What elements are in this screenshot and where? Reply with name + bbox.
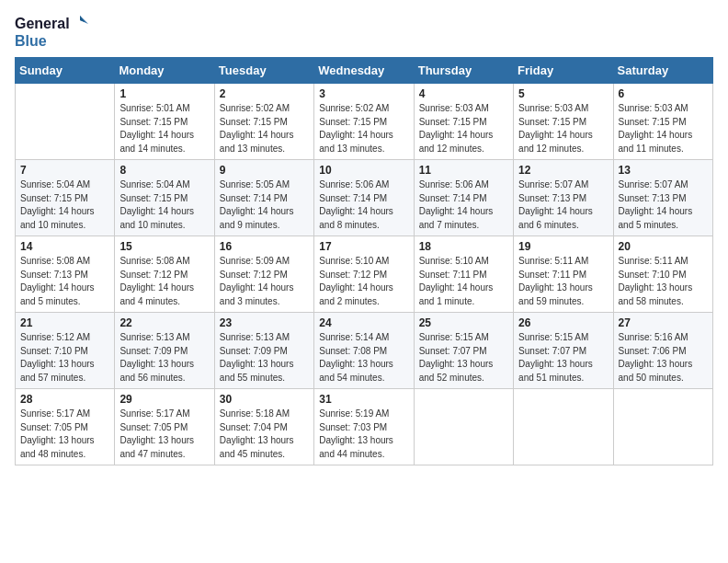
day-info: Sunrise: 5:10 AMSunset: 7:12 PMDaylight:… bbox=[319, 255, 408, 308]
calendar-cell: 20 Sunrise: 5:11 AMSunset: 7:10 PMDaylig… bbox=[613, 236, 712, 313]
calendar-cell: 2 Sunrise: 5:02 AMSunset: 7:15 PMDayligh… bbox=[214, 84, 313, 160]
day-number: 22 bbox=[119, 316, 209, 329]
calendar-week-row: 21 Sunrise: 5:12 AMSunset: 7:10 PMDaylig… bbox=[16, 313, 713, 389]
calendar-cell: 30 Sunrise: 5:18 AMSunset: 7:04 PMDaylig… bbox=[214, 389, 313, 465]
day-number: 31 bbox=[319, 393, 408, 406]
day-number: 18 bbox=[419, 240, 508, 253]
day-number: 14 bbox=[20, 240, 109, 253]
calendar-cell: 17 Sunrise: 5:10 AMSunset: 7:12 PMDaylig… bbox=[314, 236, 414, 313]
calendar-cell: 14 Sunrise: 5:08 AMSunset: 7:13 PMDaylig… bbox=[16, 236, 115, 313]
calendar-cell: 22 Sunrise: 5:13 AMSunset: 7:09 PMDaylig… bbox=[115, 313, 214, 389]
day-info: Sunrise: 5:16 AMSunset: 7:06 PMDaylight:… bbox=[619, 331, 708, 385]
calendar-cell: 3 Sunrise: 5:02 AMSunset: 7:15 PMDayligh… bbox=[314, 84, 414, 160]
calendar-cell bbox=[613, 389, 712, 465]
calendar-cell: 9 Sunrise: 5:05 AMSunset: 7:14 PMDayligh… bbox=[214, 160, 313, 236]
calendar-cell: 25 Sunrise: 5:15 AMSunset: 7:07 PMDaylig… bbox=[414, 313, 513, 389]
day-info: Sunrise: 5:17 AMSunset: 7:05 PMDaylight:… bbox=[119, 408, 209, 461]
day-number: 12 bbox=[518, 164, 608, 177]
day-info: Sunrise: 5:03 AMSunset: 7:15 PMDaylight:… bbox=[419, 102, 508, 155]
day-number: 23 bbox=[220, 316, 309, 329]
calendar-cell: 26 Sunrise: 5:15 AMSunset: 7:07 PMDaylig… bbox=[514, 313, 613, 389]
weekday-header: Wednesday bbox=[314, 58, 414, 84]
calendar-cell: 23 Sunrise: 5:13 AMSunset: 7:09 PMDaylig… bbox=[214, 313, 313, 389]
day-info: Sunrise: 5:02 AMSunset: 7:15 PMDaylight:… bbox=[220, 102, 309, 155]
day-info: Sunrise: 5:05 AMSunset: 7:14 PMDaylight:… bbox=[220, 178, 309, 232]
calendar-cell: 4 Sunrise: 5:03 AMSunset: 7:15 PMDayligh… bbox=[414, 84, 513, 160]
day-info: Sunrise: 5:13 AMSunset: 7:09 PMDaylight:… bbox=[220, 331, 309, 385]
calendar-cell: 12 Sunrise: 5:07 AMSunset: 7:13 PMDaylig… bbox=[514, 160, 613, 236]
calendar-cell: 10 Sunrise: 5:06 AMSunset: 7:14 PMDaylig… bbox=[314, 160, 414, 236]
day-info: Sunrise: 5:15 AMSunset: 7:07 PMDaylight:… bbox=[419, 331, 508, 385]
calendar-week-row: 14 Sunrise: 5:08 AMSunset: 7:13 PMDaylig… bbox=[16, 236, 713, 313]
day-number: 24 bbox=[319, 316, 408, 329]
day-info: Sunrise: 5:04 AMSunset: 7:15 PMDaylight:… bbox=[119, 178, 209, 232]
logo-blue: Blue bbox=[15, 32, 47, 50]
day-info: Sunrise: 5:07 AMSunset: 7:13 PMDaylight:… bbox=[518, 178, 608, 232]
day-info: Sunrise: 5:03 AMSunset: 7:15 PMDaylight:… bbox=[619, 102, 708, 155]
day-number: 13 bbox=[619, 164, 708, 177]
day-number: 28 bbox=[20, 393, 109, 406]
day-number: 16 bbox=[220, 240, 309, 253]
calendar-cell: 1 Sunrise: 5:01 AMSunset: 7:15 PMDayligh… bbox=[115, 84, 214, 160]
day-info: Sunrise: 5:11 AMSunset: 7:10 PMDaylight:… bbox=[619, 255, 708, 308]
calendar-cell bbox=[414, 389, 513, 465]
day-number: 8 bbox=[119, 164, 209, 177]
calendar-cell: 21 Sunrise: 5:12 AMSunset: 7:10 PMDaylig… bbox=[16, 313, 115, 389]
day-info: Sunrise: 5:12 AMSunset: 7:10 PMDaylight:… bbox=[20, 331, 109, 385]
day-number: 20 bbox=[619, 240, 708, 253]
logo-container: General Blue bbox=[15, 15, 88, 50]
calendar-week-row: 7 Sunrise: 5:04 AMSunset: 7:15 PMDayligh… bbox=[16, 160, 713, 236]
day-number: 30 bbox=[220, 393, 309, 406]
day-info: Sunrise: 5:06 AMSunset: 7:14 PMDaylight:… bbox=[319, 178, 408, 232]
calendar-cell: 29 Sunrise: 5:17 AMSunset: 7:05 PMDaylig… bbox=[115, 389, 214, 465]
calendar-cell: 19 Sunrise: 5:11 AMSunset: 7:11 PMDaylig… bbox=[514, 236, 613, 313]
day-info: Sunrise: 5:15 AMSunset: 7:07 PMDaylight:… bbox=[518, 331, 608, 385]
day-info: Sunrise: 5:09 AMSunset: 7:12 PMDaylight:… bbox=[220, 255, 309, 308]
day-number: 2 bbox=[220, 87, 309, 100]
logo: General Blue bbox=[15, 15, 88, 50]
day-number: 17 bbox=[319, 240, 408, 253]
day-number: 5 bbox=[518, 87, 608, 100]
day-info: Sunrise: 5:03 AMSunset: 7:15 PMDaylight:… bbox=[518, 102, 608, 155]
day-number: 26 bbox=[518, 316, 608, 329]
day-info: Sunrise: 5:02 AMSunset: 7:15 PMDaylight:… bbox=[319, 102, 408, 155]
day-number: 6 bbox=[619, 87, 708, 100]
day-number: 9 bbox=[220, 164, 309, 177]
weekday-header: Friday bbox=[514, 58, 613, 84]
logo-general: General bbox=[15, 15, 70, 32]
day-info: Sunrise: 5:07 AMSunset: 7:13 PMDaylight:… bbox=[619, 178, 708, 232]
calendar-cell: 28 Sunrise: 5:17 AMSunset: 7:05 PMDaylig… bbox=[16, 389, 115, 465]
calendar-week-row: 28 Sunrise: 5:17 AMSunset: 7:05 PMDaylig… bbox=[16, 389, 713, 465]
day-info: Sunrise: 5:01 AMSunset: 7:15 PMDaylight:… bbox=[119, 102, 209, 155]
calendar-cell: 31 Sunrise: 5:19 AMSunset: 7:03 PMDaylig… bbox=[314, 389, 414, 465]
calendar-cell bbox=[16, 84, 115, 160]
calendar-week-row: 1 Sunrise: 5:01 AMSunset: 7:15 PMDayligh… bbox=[16, 84, 713, 160]
day-number: 27 bbox=[619, 316, 708, 329]
day-info: Sunrise: 5:08 AMSunset: 7:12 PMDaylight:… bbox=[119, 255, 209, 308]
day-number: 10 bbox=[319, 164, 408, 177]
day-info: Sunrise: 5:04 AMSunset: 7:15 PMDaylight:… bbox=[20, 178, 109, 232]
day-number: 4 bbox=[419, 87, 508, 100]
logo-bird-icon bbox=[72, 16, 88, 32]
day-info: Sunrise: 5:06 AMSunset: 7:14 PMDaylight:… bbox=[419, 178, 508, 232]
day-info: Sunrise: 5:19 AMSunset: 7:03 PMDaylight:… bbox=[319, 408, 408, 461]
day-number: 21 bbox=[20, 316, 109, 329]
day-number: 3 bbox=[319, 87, 408, 100]
page-header: General Blue bbox=[15, 15, 713, 50]
day-number: 15 bbox=[119, 240, 209, 253]
weekday-header: Tuesday bbox=[214, 58, 313, 84]
day-number: 7 bbox=[20, 164, 109, 177]
calendar-cell bbox=[514, 389, 613, 465]
weekday-header: Thursday bbox=[414, 58, 513, 84]
weekday-header: Saturday bbox=[613, 58, 712, 84]
day-info: Sunrise: 5:13 AMSunset: 7:09 PMDaylight:… bbox=[119, 331, 209, 385]
day-info: Sunrise: 5:14 AMSunset: 7:08 PMDaylight:… bbox=[319, 331, 408, 385]
calendar-cell: 15 Sunrise: 5:08 AMSunset: 7:12 PMDaylig… bbox=[115, 236, 214, 313]
calendar-cell: 13 Sunrise: 5:07 AMSunset: 7:13 PMDaylig… bbox=[613, 160, 712, 236]
calendar-cell: 27 Sunrise: 5:16 AMSunset: 7:06 PMDaylig… bbox=[613, 313, 712, 389]
calendar-cell: 11 Sunrise: 5:06 AMSunset: 7:14 PMDaylig… bbox=[414, 160, 513, 236]
calendar-cell: 18 Sunrise: 5:10 AMSunset: 7:11 PMDaylig… bbox=[414, 236, 513, 313]
day-number: 11 bbox=[419, 164, 508, 177]
calendar-cell: 8 Sunrise: 5:04 AMSunset: 7:15 PMDayligh… bbox=[115, 160, 214, 236]
calendar-cell: 24 Sunrise: 5:14 AMSunset: 7:08 PMDaylig… bbox=[314, 313, 414, 389]
